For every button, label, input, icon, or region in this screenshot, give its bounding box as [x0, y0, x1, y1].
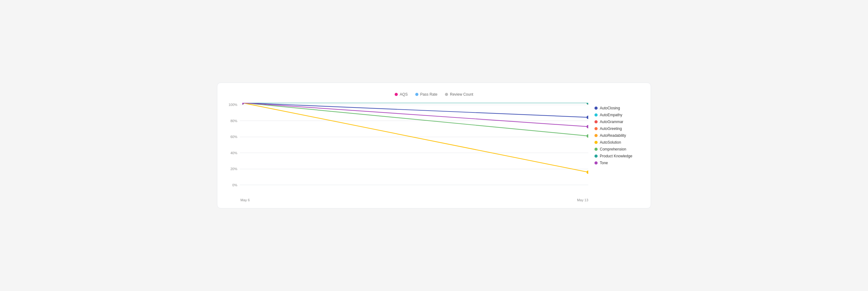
top-legend-item: Review Count	[445, 92, 473, 97]
chart-line	[242, 103, 588, 126]
chart-container: 100%80%60%40%20%0% May 6May 13	[227, 103, 588, 202]
y-tick-label: 100%	[228, 103, 240, 107]
legend-label: AutoClosing	[600, 106, 620, 110]
legend-dot	[594, 154, 598, 158]
chart-dot-end	[586, 125, 588, 129]
top-legend-label: Pass Rate	[420, 92, 437, 97]
legend-dot	[594, 161, 598, 165]
top-legend-label: Review Count	[450, 92, 473, 97]
legend-label: AutoReadability	[600, 133, 626, 138]
chart-card: AQSPass RateReview Count 100%80%60%40%20…	[217, 82, 651, 209]
legend-item: AutoReadability	[594, 133, 641, 138]
legend-item: Tone	[594, 161, 641, 165]
y-tick-label: 20%	[228, 167, 240, 171]
chart-dot-start	[242, 103, 244, 105]
legend-item: AutoEmpathy	[594, 113, 641, 117]
top-legend-dot	[445, 93, 448, 96]
chart-line	[242, 103, 588, 136]
legend-dot	[594, 120, 598, 123]
legend-item: Comprehension	[594, 147, 641, 151]
legend-dot	[594, 127, 598, 130]
legend-label: AutoEmpathy	[600, 113, 622, 117]
legend-dot	[594, 148, 598, 151]
legend: AutoClosing AutoEmpathy AutoGrammar Auto…	[594, 103, 641, 165]
legend-label: Product Knowledge	[600, 154, 632, 158]
legend-dot	[594, 141, 598, 144]
chart-line	[242, 103, 588, 117]
legend-label: AutoSolution	[600, 140, 621, 145]
top-legend-dot	[415, 93, 418, 96]
y-tick-label: 0%	[228, 183, 240, 187]
y-tick-label: 60%	[228, 135, 240, 139]
chart-dot-end	[586, 116, 588, 119]
legend-item: AutoGreeting	[594, 126, 641, 131]
legend-label: AutoGrammar	[600, 120, 623, 124]
chart-line	[242, 103, 588, 172]
legend-item: AutoGrammar	[594, 120, 641, 124]
top-legend-label: AQS	[400, 92, 407, 97]
legend-item: Product Knowledge	[594, 154, 641, 158]
chart-dot-end	[586, 103, 588, 105]
legend-item: AutoClosing	[594, 106, 641, 110]
chart-body: 100%80%60%40%20%0%	[228, 103, 588, 196]
legend-label: AutoGreeting	[600, 126, 622, 131]
top-legend: AQSPass RateReview Count	[227, 92, 641, 97]
legend-dot	[594, 107, 598, 110]
legend-label: Tone	[600, 161, 608, 165]
top-legend-item: Pass Rate	[415, 92, 437, 97]
line-chart-svg	[242, 103, 588, 206]
chart-area: 100%80%60%40%20%0% May 6May 13 AutoClosi…	[227, 103, 641, 202]
legend-dot	[594, 113, 598, 116]
chart-dot-end	[586, 171, 588, 174]
top-legend-item: AQS	[395, 92, 407, 97]
chart-dot-end	[586, 134, 588, 138]
legend-label: Comprehension	[600, 147, 626, 151]
top-legend-dot	[395, 93, 398, 96]
legend-dot	[594, 134, 598, 137]
y-tick-label: 40%	[228, 151, 240, 155]
y-tick-label: 80%	[228, 119, 240, 123]
legend-item: AutoSolution	[594, 140, 641, 145]
